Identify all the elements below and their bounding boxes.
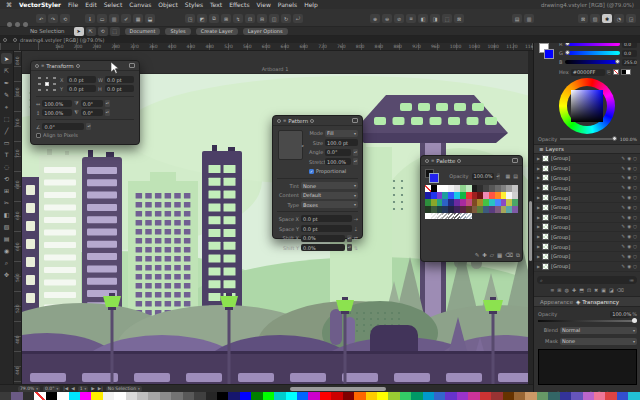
layer-row[interactable]: ▶[Group]✎◉○ — [534, 232, 640, 242]
zoom-dropdown[interactable]: 79.0%▾ — [18, 386, 40, 392]
styles-button[interactable]: Styles — [165, 28, 190, 35]
color-swatch[interactable] — [423, 392, 434, 400]
palette-view-icon[interactable]: ▦ — [506, 173, 511, 179]
transparency-opacity-field[interactable]: 100.0% — [610, 311, 630, 318]
rotation-dropdown[interactable]: 0.0°▾ — [43, 386, 60, 392]
visibility-icon[interactable]: ◉ — [627, 175, 631, 180]
skew-y-field[interactable]: 0.0° — [81, 109, 103, 116]
no-color-icon[interactable] — [613, 69, 619, 75]
document-button[interactable]: Document — [125, 28, 161, 35]
menu-item-styles[interactable]: Styles — [185, 1, 203, 8]
color-swatch[interactable] — [560, 392, 571, 400]
color-swatch[interactable] — [468, 392, 479, 400]
toolbar-icon[interactable]: ⊠ — [578, 14, 588, 23]
color-swatch[interactable] — [411, 392, 422, 400]
color-swatch[interactable] — [594, 392, 605, 400]
x-field[interactable]: 0.0 pt — [67, 76, 96, 83]
expand-icon[interactable]: ▶ — [537, 185, 540, 190]
mask-dropdown[interactable]: None▾ — [560, 338, 637, 345]
palette-action-icon[interactable]: ⧉ — [516, 252, 520, 259]
color-swatch[interactable] — [206, 392, 217, 400]
toolbar-icon[interactable]: ⬓ — [145, 14, 155, 23]
color-swatch[interactable] — [103, 392, 114, 400]
color-slider-b[interactable]: B255.0 — [559, 58, 637, 66]
panel-collapse-icon[interactable] — [352, 118, 358, 123]
tab-overview-icon[interactable] — [3, 38, 7, 42]
rotation-field[interactable]: 0.0° — [42, 123, 84, 130]
menu-item-object[interactable]: Object — [158, 1, 178, 8]
target-icon[interactable]: ○ — [633, 264, 637, 269]
visibility-icon[interactable]: ◉ — [627, 185, 631, 190]
palette-view-icon[interactable]: ▤ — [513, 173, 518, 179]
layers-action-icon[interactable]: ✖ — [594, 287, 598, 293]
transparent-swatch[interactable] — [466, 213, 472, 219]
visibility-icon[interactable]: ◉ — [627, 244, 631, 249]
color-swatch[interactable] — [434, 392, 445, 400]
visibility-icon[interactable]: ◉ — [627, 254, 631, 259]
w-field[interactable]: 0.0 pt — [105, 76, 134, 83]
color-swatch[interactable] — [46, 392, 57, 400]
toolbar-icon[interactable]: ⊖ — [382, 14, 392, 23]
toolbar-icon[interactable]: ✐ — [121, 14, 131, 23]
toolbar-icon[interactable]: ◲ — [626, 14, 636, 23]
preview-handle-icon[interactable]: ◂ — [301, 143, 303, 148]
edit-icon[interactable]: ✎ — [621, 234, 625, 239]
tool-icon[interactable]: ➤ — [1, 53, 12, 64]
panel-menu-icon[interactable]: ≡ — [431, 158, 434, 163]
palette-action-icon[interactable]: ⌫ — [505, 252, 513, 259]
toolbar-icon[interactable]: ▦ — [133, 14, 143, 23]
expand-icon[interactable]: ▶ — [537, 254, 540, 259]
h-field[interactable]: 0.0 pt — [105, 85, 134, 92]
tool-icon[interactable]: ⇱ — [1, 65, 12, 76]
transparency-opacity-slider[interactable] — [538, 320, 637, 322]
toolbar-icon[interactable]: ⊕ — [370, 14, 380, 23]
layer-row[interactable]: ▶[Group]✎◉○ — [534, 242, 640, 252]
layers-action-icon[interactable]: ≡ — [550, 287, 554, 293]
space-y-field[interactable]: 0.0 pt — [301, 225, 352, 232]
panel-close-icon[interactable] — [425, 159, 429, 163]
layers-action-icon[interactable]: ⌫ — [617, 287, 624, 293]
type-dropdown[interactable]: Boxes▾ — [301, 201, 358, 208]
tool-icon[interactable]: ✎ — [1, 89, 12, 100]
toolbar-icon[interactable]: ✱ — [602, 14, 612, 23]
layer-row[interactable]: ▶[Group]✎◉○ — [534, 174, 640, 184]
toolbar-icon[interactable]: ⊡ — [245, 14, 255, 23]
layer-row[interactable]: ▶[Group]✎◉○ — [534, 164, 640, 174]
expand-icon[interactable]: ▶ — [537, 166, 540, 171]
visibility-icon[interactable]: ◉ — [627, 264, 631, 269]
color-swatch[interactable] — [263, 392, 274, 400]
layer-row[interactable]: ▶[Group]✎◉○ — [534, 154, 640, 164]
toolbar-icon[interactable]: ⧈ — [406, 14, 416, 23]
toolbar-icon[interactable]: ℹ — [85, 14, 95, 23]
y-field[interactable]: 0.0 pt — [67, 85, 96, 92]
color-swatch[interactable] — [617, 392, 628, 400]
menu-item-panels[interactable]: Panels — [278, 1, 297, 8]
color-swatch[interactable] — [80, 392, 91, 400]
visibility-icon[interactable]: ◉ — [627, 166, 631, 171]
color-swatch[interactable] — [512, 206, 518, 213]
tool-icon[interactable]: ⟲ — [1, 173, 12, 184]
target-icon[interactable]: ○ — [633, 234, 637, 239]
expand-icon[interactable]: ▶ — [537, 156, 540, 161]
toolbar-icon[interactable]: ⟲ — [60, 14, 70, 23]
tool-icon[interactable]: T — [1, 149, 12, 160]
panel-close-icon[interactable] — [35, 64, 39, 68]
color-swatch[interactable] — [571, 392, 582, 400]
color-swatch[interactable] — [512, 199, 518, 206]
panel-close-icon[interactable] — [277, 119, 281, 123]
search-options-icon[interactable]: ≔ — [629, 277, 634, 283]
vertical-scrollbar-thumb[interactable] — [529, 201, 532, 261]
color-swatch[interactable] — [388, 392, 399, 400]
tool-icon[interactable]: ▭ — [1, 137, 12, 148]
color-swatch[interactable] — [377, 392, 388, 400]
target-icon[interactable]: ○ — [633, 254, 637, 259]
color-swatch[interactable] — [514, 392, 525, 400]
target-icon[interactable]: ○ — [633, 205, 637, 210]
color-swatch[interactable] — [297, 392, 308, 400]
panel-pin-icon[interactable] — [310, 119, 314, 123]
toolbar-icon[interactable]: ↷ — [48, 14, 58, 23]
layers-action-icon[interactable]: ◪ — [609, 287, 614, 293]
black-white-swatch[interactable] — [621, 69, 631, 75]
layer-row[interactable]: ▶[Group]✎◉○ — [534, 213, 640, 223]
transform-panel-header[interactable]: ≡ Transform — [31, 61, 139, 71]
